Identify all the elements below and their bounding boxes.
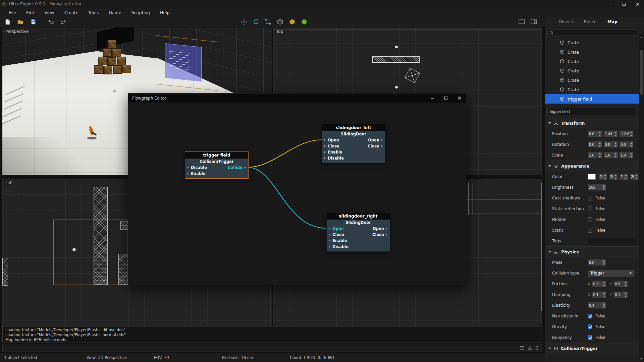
hidden-checkbox[interactable] — [588, 217, 592, 222]
rotation-z-field[interactable] — [619, 141, 634, 148]
rotate-tool-button[interactable] — [251, 17, 261, 26]
color-g-field[interactable] — [609, 173, 618, 180]
menu-tools[interactable]: Tools — [83, 8, 104, 17]
input-enable[interactable]: Enable — [329, 238, 347, 243]
node-slidingdoor-right[interactable]: slidingdoor_right SlidingDoor Open Open … — [326, 213, 390, 252]
menu-help[interactable]: Help — [155, 8, 175, 17]
scrollbar-thumb[interactable] — [640, 50, 643, 95]
output-collide[interactable]: Collide — [228, 165, 246, 170]
list-item-crate[interactable]: Crate — [545, 47, 644, 57]
undo-button[interactable] — [46, 17, 56, 26]
menu-scripting[interactable]: Scripting — [126, 8, 155, 17]
console-log[interactable]: Loading texture "Models/Developer/Player… — [2, 326, 542, 343]
menu-view[interactable]: View — [39, 8, 59, 17]
list-item-trigger-field[interactable]: trigger field — [545, 94, 644, 104]
input-disable[interactable]: Disable — [324, 156, 344, 161]
output-open[interactable]: Open — [368, 138, 383, 142]
list-item-crate[interactable]: Crate — [545, 66, 644, 75]
static-checkbox[interactable] — [588, 228, 592, 233]
flowgraph-close-button[interactable] — [452, 94, 466, 103]
output-open[interactable]: Open — [373, 226, 387, 231]
gravity-checkbox[interactable] — [588, 324, 592, 329]
panel-scrollbar[interactable] — [639, 35, 644, 361]
scale-tool-button[interactable] — [263, 17, 273, 26]
scale-y-field[interactable] — [603, 152, 618, 159]
open-button[interactable] — [15, 17, 25, 26]
buoyancy-checkbox[interactable] — [588, 335, 592, 340]
entity-name-field[interactable] — [547, 108, 635, 115]
output-close[interactable]: Close — [372, 232, 387, 237]
flowgraph-titlebar[interactable]: Flowgraph Editor — [128, 94, 466, 103]
player-character[interactable] — [86, 122, 101, 141]
section-collision-trigger[interactable]: CollisionTrigger — [545, 343, 644, 354]
node-slidingdoor-left[interactable]: slidingdoor_left SlidingDoor Open Open C… — [322, 124, 385, 163]
minimize-button[interactable] — [604, 0, 617, 8]
search-input[interactable] — [555, 31, 635, 35]
sliding-door-topview[interactable] — [372, 56, 420, 63]
color-swatch[interactable] — [588, 174, 596, 180]
list-item-crate[interactable]: Crate — [545, 57, 644, 66]
solid-cube-tool-button[interactable] — [287, 17, 297, 26]
input-close[interactable]: Close — [324, 144, 339, 148]
scale-z-field[interactable] — [619, 152, 634, 159]
list-item-crate[interactable]: Crate — [545, 75, 644, 85]
rotation-x-field[interactable] — [588, 141, 602, 148]
mass-field[interactable] — [588, 259, 606, 266]
menu-edit[interactable]: Edit — [21, 8, 39, 17]
input-open[interactable]: Open — [324, 138, 339, 142]
node-title[interactable]: trigger field — [185, 152, 248, 159]
section-transform[interactable]: Transform — [545, 118, 644, 128]
list-item-crate[interactable]: Crate — [545, 85, 644, 94]
save-button[interactable] — [28, 17, 38, 26]
menu-create[interactable]: Create — [59, 8, 84, 17]
errors-icon[interactable] — [535, 346, 539, 350]
node-title[interactable]: slidingdoor_right — [327, 213, 390, 220]
scroll-down-icon[interactable] — [640, 358, 643, 360]
flowgraph-maximize-button[interactable] — [439, 94, 452, 103]
friction-x-field[interactable] — [592, 281, 606, 287]
input-close[interactable]: Close — [329, 232, 344, 237]
flowgraph-editor-window[interactable]: Flowgraph Editor trigger field Collision… — [128, 93, 466, 285]
input-open[interactable]: Open — [329, 226, 344, 231]
static-reflection-checkbox[interactable] — [588, 206, 592, 211]
node-title[interactable]: slidingdoor_left — [322, 124, 385, 131]
node-trigger-field[interactable]: trigger field CollisionTrigger Disable C… — [185, 152, 249, 179]
warnings-icon[interactable] — [528, 346, 532, 350]
section-appearance[interactable]: Appearance — [545, 161, 644, 171]
position-x-field[interactable] — [588, 130, 602, 137]
damping-x-field[interactable] — [592, 291, 606, 298]
damping-y-field[interactable] — [613, 291, 628, 298]
nav-obstacle-checkbox[interactable] — [588, 314, 592, 318]
sliding-door-ghost[interactable] — [165, 43, 202, 82]
scale-x-field[interactable] — [588, 152, 602, 159]
selection-rect-leftview[interactable] — [53, 220, 127, 285]
tags-field[interactable] — [588, 238, 637, 244]
crate-stack[interactable] — [94, 39, 133, 75]
close-button[interactable] — [631, 0, 644, 8]
rotation-y-field[interactable] — [603, 141, 618, 148]
wire-cube-tool-button[interactable] — [275, 17, 285, 26]
selection-rect-trigger-field[interactable] — [371, 35, 422, 94]
menu-file[interactable]: File — [4, 8, 21, 17]
menu-game[interactable]: Game — [104, 8, 126, 17]
section-physics[interactable]: Physics — [545, 246, 644, 257]
color-r-field[interactable] — [598, 173, 607, 180]
output-close[interactable]: Close — [368, 144, 383, 148]
scene-search[interactable] — [547, 29, 637, 36]
input-enable[interactable]: Enable — [324, 150, 342, 155]
tab-map[interactable]: Map — [603, 19, 622, 24]
collision-type-dropdown[interactable]: Trigger — [588, 270, 635, 277]
input-disable[interactable]: Disable — [329, 244, 348, 249]
layout-single-button[interactable] — [517, 17, 527, 26]
position-z-field[interactable] — [619, 130, 634, 137]
input-enable[interactable]: Enable — [187, 171, 206, 176]
color-b-field[interactable] — [619, 173, 628, 180]
position-y-field[interactable] — [603, 130, 618, 137]
color-a-field[interactable] — [630, 173, 639, 180]
cast-shadows-checkbox[interactable] — [588, 196, 592, 200]
brightness-field[interactable] — [588, 184, 606, 191]
redo-button[interactable] — [58, 17, 68, 26]
friction-y-field[interactable] — [613, 281, 628, 287]
list-item-crate[interactable]: Crate — [545, 38, 644, 47]
maximize-button[interactable] — [617, 0, 631, 8]
